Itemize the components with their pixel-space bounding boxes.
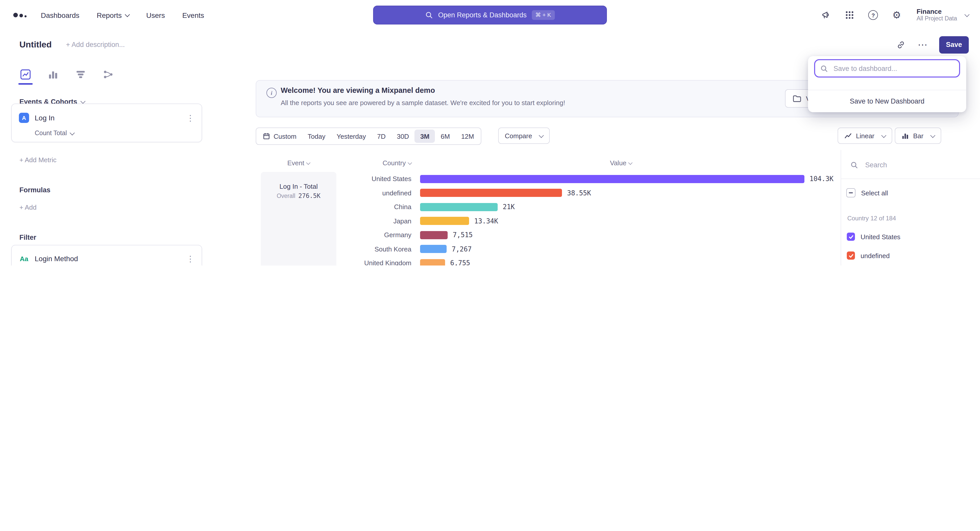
tab-flows[interactable] [100,64,116,85]
flows-icon [103,69,114,80]
range-6m[interactable]: 6M [435,130,455,143]
bar-chart-icon [48,69,59,80]
segment-filter-panel: Select all Country 12 of 184 United Stat… [841,150,980,265]
aggregation-selector[interactable]: Count Total [35,130,202,137]
project-switcher[interactable]: Finance All Project Data [916,8,969,23]
bar-segment[interactable] [420,189,562,197]
country-checkbox[interactable] [847,252,855,260]
bar-segment[interactable] [420,245,447,253]
column-header-country[interactable]: Country [337,159,411,168]
bar-segment[interactable] [420,231,448,239]
event-name[interactable]: Log In [35,114,186,122]
gear-glyph: ⚙ [892,10,901,20]
help-icon[interactable]: ? [867,10,879,21]
save-to-new-dashboard-option[interactable]: Save to New Dashboard [808,90,966,112]
chart-type-button[interactable]: Bar [895,127,941,144]
range-7d[interactable]: 7D [372,130,391,143]
country-list: United StatesundefinedChinaJapanGermanyS… [843,228,936,265]
nav-item-dashboards[interactable]: Dashboards [41,11,80,19]
filter-property-name[interactable]: Login Method [35,255,186,263]
dashboard-search-input[interactable] [832,64,952,73]
column-header-event[interactable]: Event [261,159,336,168]
chart-row: United States104.3K [337,172,834,186]
bar-rows: United States104.3Kundefined38.55KChina2… [337,172,834,265]
add-formula-link[interactable]: + Add [19,203,37,211]
series-name: Log In - Total [261,182,336,190]
event-series-cell[interactable]: Log In - Total Overall276.5K [261,172,336,265]
country-filter-item[interactable]: United States [843,228,936,245]
funnel-icon [75,69,86,80]
apps-grid-icon[interactable] [844,10,855,21]
compare-button[interactable]: Compare [498,127,550,144]
bar-type-icon [901,132,909,139]
series-overall: Overall276.5K [261,192,336,200]
event-type-badge: A [19,113,29,123]
column-header-value[interactable]: Value [610,159,632,168]
country-checkbox[interactable] [847,233,855,241]
nav-item-label: Dashboards [41,11,80,19]
chevron-down-icon [931,133,935,138]
select-all-row[interactable]: Select all [846,185,888,201]
chart-row: United Kingdom6,755 [337,256,834,265]
range-3m[interactable]: 3M [415,130,435,143]
whats-new-icon[interactable] [821,10,832,21]
chart-type-label: Bar [913,132,923,139]
search-icon [820,65,828,72]
bar-segment[interactable] [420,217,469,225]
bar-segment[interactable] [420,175,804,183]
nav-item-label: Reports [97,11,122,19]
nav-item-label: Events [182,11,204,19]
chart-toolbar: CustomTodayYesterday7D30D3M6M12M Compare… [215,127,980,144]
filter-section-header: Filter [19,234,36,241]
chevron-down-icon [964,12,969,17]
range-custom[interactable]: Custom [257,130,302,143]
metric-card: A Log In ⋮ Count Total [11,103,202,142]
filter-menu-icon[interactable]: ⋮ [186,254,194,263]
settings-gear-icon[interactable]: ⚙ [891,10,902,21]
report-title[interactable]: Untitled [19,40,52,50]
more-options-icon[interactable]: ⋯ [918,39,928,51]
country-filter-label: undefined [861,252,890,259]
search-shortcut: ⌘ + K [531,10,555,20]
line-scale-icon [844,132,852,139]
project-subtitle: All Project Data [916,16,957,23]
global-search-button[interactable]: Open Reports & Dashboards ⌘ + K [373,6,607,24]
banner-title: Welcome! You are viewing a Mixpanel demo [281,86,435,94]
tab-insights[interactable] [18,64,34,85]
line-chart-icon [20,69,31,80]
bar-segment[interactable] [420,259,445,266]
range-label: Custom [274,132,297,140]
indeterminate-checkbox[interactable] [846,188,856,197]
chevron-down-icon [539,133,544,138]
save-button[interactable]: Save [939,36,969,53]
query-builder-sidebar: Events & Cohorts A Log In ⋮ Count Total … [0,59,215,265]
search-label: Open Reports & Dashboards [438,11,527,19]
chart-row: China21K [337,200,834,214]
country-filter-item[interactable]: undefined [843,247,936,264]
scale-selector-button[interactable]: Linear [838,127,892,144]
value-label: 21K [503,203,515,211]
mixpanel-logo-icon[interactable] [13,13,27,17]
copy-link-icon[interactable] [895,39,907,50]
range-30d[interactable]: 30D [391,130,415,143]
range-today[interactable]: Today [302,130,331,143]
value-label: 38.55K [567,189,591,197]
nav-item-events[interactable]: Events [182,11,204,19]
filter-label: Filter [19,234,36,241]
nav-item-users[interactable]: Users [146,11,165,19]
tab-funnels[interactable] [45,64,61,85]
topnav-right: ? ⚙ Finance All Project Data [821,0,969,30]
add-metric-link[interactable]: + Add Metric [19,156,56,164]
string-property-icon: Aa [19,255,29,262]
range-12m[interactable]: 12M [455,130,480,143]
value-label: 104.3K [810,175,834,183]
nav-item-reports[interactable]: Reports [97,11,129,19]
panel-search-input[interactable] [864,160,953,169]
metric-menu-icon[interactable]: ⋮ [186,113,194,123]
range-yesterday[interactable]: Yesterday [331,130,372,143]
date-range-group: CustomTodayYesterday7D30D3M6M12M [256,127,481,145]
bar-segment[interactable] [420,203,498,211]
aggregation-label: Count Total [35,130,67,137]
add-description-link[interactable]: + Add description... [66,41,125,48]
tab-retention[interactable] [73,64,89,85]
